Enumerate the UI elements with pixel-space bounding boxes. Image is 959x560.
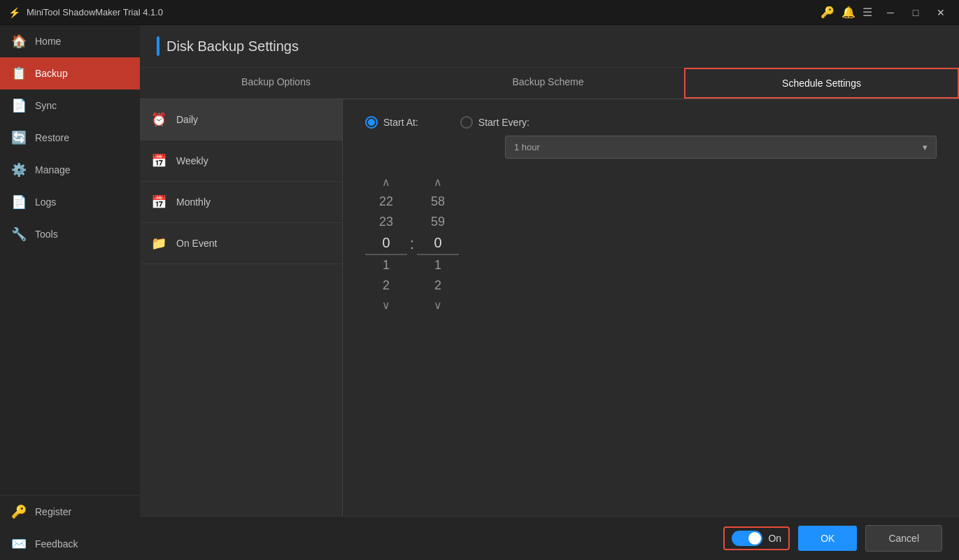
- sidebar-label-manage: Manage: [35, 164, 71, 175]
- content-area: Disk Backup Settings Backup Options Back…: [140, 25, 959, 560]
- start-at-label: Start At:: [383, 117, 418, 128]
- panel-body: ⏰ Daily 📅 Weekly 📅 Monthly 📁 On Event: [140, 99, 959, 516]
- title-bar-icons: 🔑 🔔 ☰: [821, 6, 872, 19]
- start-at-radio[interactable]: [365, 116, 378, 129]
- schedule-daily[interactable]: ⏰ Daily: [140, 99, 342, 141]
- schedule-monthly[interactable]: 📅 Monthly: [140, 182, 342, 223]
- register-icon: 🔑: [11, 504, 27, 519]
- hour-current: 0: [365, 232, 407, 255]
- tab-bar: Backup Options Backup Scheme Schedule Se…: [140, 68, 959, 99]
- logs-icon: 📄: [11, 194, 27, 210]
- hour-minus1: 23: [379, 212, 393, 232]
- settings-panel: Start At: Start Every: 1 hour ▾: [343, 99, 959, 516]
- monthly-label: Monthly: [176, 196, 211, 208]
- start-every-radio[interactable]: [460, 116, 473, 129]
- minimize-button[interactable]: ─: [879, 3, 902, 22]
- sidebar-label-home: Home: [35, 36, 61, 47]
- sidebar-bottom: 🔑 Register ✉️ Feedback: [0, 495, 140, 560]
- title-bar: ⚡ MiniTool ShadowMaker Trial 4.1.0 🔑 🔔 ☰…: [0, 0, 959, 25]
- main-layout: 🏠 Home 📋 Backup 📄 Sync 🔄 Restore ⚙️ Mana…: [0, 25, 959, 560]
- sidebar-item-feedback[interactable]: ✉️ Feedback: [0, 528, 140, 560]
- sync-icon: 📄: [11, 98, 27, 113]
- toggle-switch[interactable]: [732, 531, 762, 546]
- daily-icon: ⏰: [151, 112, 166, 127]
- app-icon: ⚡: [7, 6, 21, 20]
- home-icon: 🏠: [11, 34, 27, 49]
- page-title: Disk Backup Settings: [166, 38, 299, 55]
- hour-minus2: 22: [379, 192, 393, 212]
- time-picker: ∧ 22 23 0 1 2 ∨ : ∧ 58 59 0: [365, 173, 937, 315]
- tab-backup-options[interactable]: Backup Options: [140, 68, 412, 99]
- ok-button[interactable]: OK: [798, 526, 857, 551]
- hour-plus2: 2: [383, 275, 390, 296]
- header-accent: [157, 36, 159, 56]
- weekly-icon: 📅: [151, 153, 166, 168]
- dropdown-arrow-icon: ▾: [923, 142, 928, 152]
- event-label: On Event: [176, 238, 217, 249]
- bell-icon[interactable]: 🔔: [841, 6, 855, 19]
- sidebar-item-home[interactable]: 🏠 Home: [0, 25, 140, 57]
- daily-label: Daily: [176, 114, 198, 125]
- feedback-icon: ✉️: [11, 536, 27, 552]
- sidebar-item-manage[interactable]: ⚙️ Manage: [0, 154, 140, 186]
- menu-icon[interactable]: ☰: [862, 6, 872, 19]
- sidebar-label-backup: Backup: [35, 68, 68, 79]
- sidebar-item-restore[interactable]: 🔄 Restore: [0, 122, 140, 154]
- hour-column: ∧ 22 23 0 1 2 ∨: [365, 173, 407, 315]
- sidebar-label-register: Register: [35, 506, 71, 517]
- schedule-list: ⏰ Daily 📅 Weekly 📅 Monthly 📁 On Event: [140, 99, 343, 516]
- tools-icon: 🔧: [11, 227, 27, 242]
- minute-plus2: 2: [434, 275, 441, 296]
- minute-up-arrow[interactable]: ∧: [427, 173, 449, 192]
- event-icon: 📁: [151, 236, 166, 251]
- interval-value: 1 hour: [514, 142, 540, 152]
- sidebar-label-logs: Logs: [35, 196, 56, 208]
- hour-plus1: 1: [383, 255, 390, 275]
- maximize-button[interactable]: □: [904, 3, 927, 22]
- schedule-on-event[interactable]: 📁 On Event: [140, 223, 342, 264]
- sidebar-item-tools[interactable]: 🔧 Tools: [0, 218, 140, 250]
- tab-schedule-settings[interactable]: Schedule Settings: [684, 68, 959, 99]
- minute-column: ∧ 58 59 0 1 2 ∨: [417, 173, 459, 315]
- restore-icon: 🔄: [11, 130, 27, 145]
- footer: On OK Cancel: [140, 516, 959, 560]
- minute-minus1: 59: [431, 212, 445, 232]
- sidebar-item-logs[interactable]: 📄 Logs: [0, 186, 140, 218]
- cancel-button[interactable]: Cancel: [865, 525, 942, 552]
- manage-icon: ⚙️: [11, 162, 27, 178]
- toggle-label: On: [768, 533, 781, 544]
- minute-current: 0: [417, 232, 459, 255]
- minute-plus1: 1: [434, 255, 441, 275]
- start-every-label: Start Every:: [478, 117, 530, 128]
- tab-backup-scheme[interactable]: Backup Scheme: [412, 68, 684, 99]
- window-controls: ─ □ ✕: [879, 3, 952, 22]
- minute-down-arrow[interactable]: ∨: [427, 296, 449, 315]
- key-icon[interactable]: 🔑: [821, 6, 834, 19]
- close-button[interactable]: ✕: [930, 3, 952, 22]
- sidebar-item-register[interactable]: 🔑 Register: [0, 496, 140, 528]
- sidebar-item-backup[interactable]: 📋 Backup: [0, 57, 140, 89]
- time-colon: :: [407, 235, 417, 253]
- hour-up-arrow[interactable]: ∧: [375, 173, 397, 192]
- sidebar-label-tools: Tools: [35, 229, 58, 240]
- sidebar-label-sync: Sync: [35, 100, 57, 111]
- sidebar: 🏠 Home 📋 Backup 📄 Sync 🔄 Restore ⚙️ Mana…: [0, 25, 140, 560]
- sidebar-label-restore: Restore: [35, 132, 69, 143]
- sidebar-label-feedback: Feedback: [35, 538, 78, 550]
- start-at-option[interactable]: Start At:: [365, 116, 418, 129]
- backup-icon: 📋: [11, 66, 27, 81]
- page-header: Disk Backup Settings: [140, 25, 959, 68]
- weekly-label: Weekly: [176, 155, 208, 166]
- app-title: MiniTool ShadowMaker Trial 4.1.0: [27, 7, 821, 17]
- sidebar-item-sync[interactable]: 📄 Sync: [0, 89, 140, 122]
- toggle-container: On: [723, 526, 790, 550]
- minute-minus2: 58: [431, 192, 445, 212]
- hour-down-arrow[interactable]: ∨: [375, 296, 397, 315]
- radio-row: Start At: Start Every:: [365, 116, 937, 129]
- schedule-weekly[interactable]: 📅 Weekly: [140, 141, 342, 182]
- start-every-option[interactable]: Start Every:: [460, 116, 530, 129]
- monthly-icon: 📅: [151, 194, 166, 210]
- interval-dropdown[interactable]: 1 hour ▾: [505, 136, 937, 159]
